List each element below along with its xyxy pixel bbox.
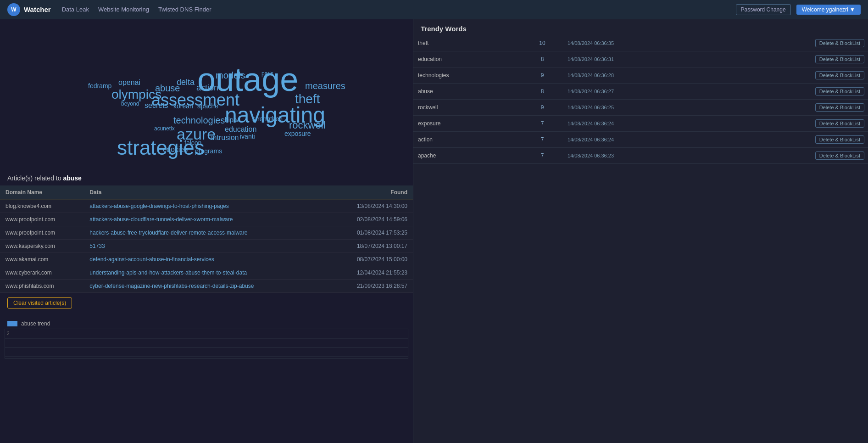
word-cloud-word[interactable]: intrusion: [211, 134, 239, 141]
delete-blocklist-button[interactable]: Delete & BlockList: [815, 55, 864, 63]
found-cell: 12/04/2024 21:55:23: [328, 266, 413, 280]
articles-keyword: abuse: [63, 174, 81, 182]
word-cloud-word[interactable]: openai: [118, 79, 140, 86]
trendy-count: 7: [522, 132, 563, 148]
nav-links: Data Leak Website Monitoring Twisted DNS…: [62, 6, 736, 13]
trendy-scroll[interactable]: theft 10 14/08/2024 06:36:35 Delete & Bl…: [413, 35, 868, 443]
word-cloud-word[interactable]: apache: [197, 103, 218, 109]
word-cloud-word[interactable]: models: [216, 71, 245, 80]
word-cloud-word[interactable]: falcon: [184, 140, 201, 146]
domain-cell: www.proofpoint.com: [0, 226, 84, 240]
word-cloud-word[interactable]: strengthen: [252, 116, 283, 122]
data-cell[interactable]: defend-against-account-abuse-in-financia…: [84, 253, 328, 266]
word-cloud-word[interactable]: measures: [305, 81, 345, 90]
delete-blocklist-button[interactable]: Delete & BlockList: [815, 71, 864, 79]
main-content: outagenavigatingstrategiesassessmentazur…: [0, 19, 868, 443]
data-cell[interactable]: attackers-abuse-google-drawings-to-host-…: [84, 200, 328, 213]
nav-twisted-dns[interactable]: Twisted DNS Finder: [158, 6, 211, 13]
article-link[interactable]: cyber-defense-magazine-new-phishlabs-res…: [89, 283, 254, 289]
articles-title-prefix: Article(s) related to: [7, 174, 63, 182]
article-link[interactable]: attackers-abuse-google-drawings-to-host-…: [89, 203, 229, 209]
word-cloud-word[interactable]: education: [225, 126, 256, 133]
col-data: Data: [84, 185, 328, 200]
articles-table: Domain Name Data Found blog.knowbe4.com …: [0, 185, 413, 293]
table-row: www.akamai.com defend-against-account-ab…: [0, 253, 413, 266]
word-cloud-word[interactable]: theft: [295, 93, 320, 106]
data-cell[interactable]: understanding-apis-and-how-attackers-abu…: [84, 266, 328, 280]
word-cloud-word[interactable]: olympics: [111, 88, 161, 101]
word-cloud-word[interactable]: technologies: [173, 116, 225, 125]
trendy-word: apache: [413, 148, 522, 164]
trendy-timestamp: 14/08/2024 06:36:35: [563, 35, 713, 51]
trendy-word: abuse: [413, 84, 522, 100]
trend-legend-label: abuse trend: [21, 320, 50, 327]
delete-blocklist-button[interactable]: Delete & BlockList: [815, 87, 864, 95]
word-cloud-word[interactable]: fedramp: [88, 83, 111, 89]
trendy-count: 7: [522, 148, 563, 164]
trendy-timestamp: 14/08/2024 06:36:25: [563, 100, 713, 116]
domain-cell: blog.knowbe4.com: [0, 200, 84, 213]
article-link[interactable]: hackers-abuse-free-trycloudflare-deliver…: [89, 230, 247, 236]
data-cell[interactable]: attackers-abuse-cloudflare-tunnels-deliv…: [84, 213, 328, 226]
trendy-count: 10: [522, 35, 563, 51]
data-cell[interactable]: 51733: [84, 240, 328, 253]
delete-blocklist-button[interactable]: Delete & BlockList: [815, 119, 864, 128]
word-cloud-word[interactable]: delta: [177, 78, 195, 86]
list-item: education 8 14/08/2024 06:36:31 Delete &…: [413, 51, 868, 67]
articles-table-header: Domain Name Data Found: [0, 185, 413, 200]
table-row: www.proofpoint.com hackers-abuse-free-tr…: [0, 226, 413, 240]
list-item: action 7 14/08/2024 06:36:24 Delete & Bl…: [413, 132, 868, 148]
delete-blocklist-button[interactable]: Delete & BlockList: [815, 135, 864, 144]
trendy-timestamp: 14/08/2024 06:36:24: [563, 132, 713, 148]
trendy-word: theft: [413, 35, 522, 51]
data-cell[interactable]: hackers-abuse-free-trycloudflare-deliver…: [84, 226, 328, 240]
word-cloud-word[interactable]: beyond: [121, 101, 139, 107]
word-cloud-word[interactable]: secrets: [145, 102, 168, 109]
delete-blocklist-button[interactable]: Delete & BlockList: [815, 39, 864, 47]
word-cloud-word[interactable]: paris: [262, 71, 273, 76]
password-change-button[interactable]: Password Change: [736, 4, 791, 15]
word-cloud-word[interactable]: exposure: [284, 130, 311, 137]
trendy-count: 8: [522, 51, 563, 67]
article-link[interactable]: 51733: [89, 243, 105, 249]
table-row: www.proofpoint.com attackers-abuse-cloud…: [0, 213, 413, 226]
word-cloud-word[interactable]: ivanti: [240, 133, 255, 140]
article-link[interactable]: understanding-apis-and-how-attackers-abu…: [89, 269, 247, 276]
word-cloud-word[interactable]: hipaa: [225, 117, 240, 123]
found-cell: 21/09/2023 16:28:57: [328, 280, 413, 293]
clear-visited-button[interactable]: Clear visited article(s): [7, 297, 72, 308]
trendy-action-cell: Delete & BlockList: [713, 132, 868, 148]
logo: W: [7, 3, 20, 16]
delete-blocklist-button[interactable]: Delete & BlockList: [815, 103, 864, 112]
list-item: exposure 7 14/08/2024 06:36:24 Delete & …: [413, 116, 868, 132]
word-cloud-word[interactable]: korean: [173, 103, 193, 109]
found-cell: 02/08/2024 14:59:06: [328, 213, 413, 226]
domain-cell: www.cyberark.com: [0, 266, 84, 280]
trendy-timestamp: 14/08/2024 06:36:31: [563, 51, 713, 67]
trend-legend-box: [7, 321, 17, 326]
word-cloud-word[interactable]: programs: [195, 148, 222, 154]
word-cloud-word[interactable]: cookies: [163, 146, 188, 153]
table-row: blog.knowbe4.com attackers-abuse-google-…: [0, 200, 413, 213]
col-found: Found: [328, 185, 413, 200]
word-cloud-word[interactable]: rockwell: [289, 120, 325, 130]
delete-blocklist-button[interactable]: Delete & BlockList: [815, 151, 864, 160]
trend-section: abuse trend 2: [0, 316, 413, 361]
articles-section: Article(s) related to abuse Domain Name …: [0, 166, 413, 313]
word-cloud-word[interactable]: action: [196, 84, 218, 92]
article-link[interactable]: attackers-abuse-cloudflare-tunnels-deliv…: [89, 216, 233, 223]
article-link[interactable]: defend-against-account-abuse-in-financia…: [89, 256, 214, 263]
nav-data-leak[interactable]: Data Leak: [62, 6, 89, 13]
list-item: abuse 8 14/08/2024 06:36:27 Delete & Blo…: [413, 84, 868, 100]
data-cell[interactable]: cyber-defense-magazine-new-phishlabs-res…: [84, 280, 328, 293]
trendy-table: theft 10 14/08/2024 06:36:35 Delete & Bl…: [413, 35, 868, 164]
trendy-action-cell: Delete & BlockList: [713, 51, 868, 67]
nav-website-monitoring[interactable]: Website Monitoring: [98, 6, 149, 13]
domain-cell: www.proofpoint.com: [0, 213, 84, 226]
navbar-right: Password Change Welcome ygalnezri ▼: [736, 4, 861, 15]
welcome-button[interactable]: Welcome ygalnezri ▼: [796, 5, 861, 15]
trendy-words-title: Trendy Words: [413, 19, 868, 35]
brand: W Watcher: [7, 3, 51, 16]
trendy-word: technologies: [413, 67, 522, 84]
word-cloud-word[interactable]: acunetix: [154, 126, 175, 131]
